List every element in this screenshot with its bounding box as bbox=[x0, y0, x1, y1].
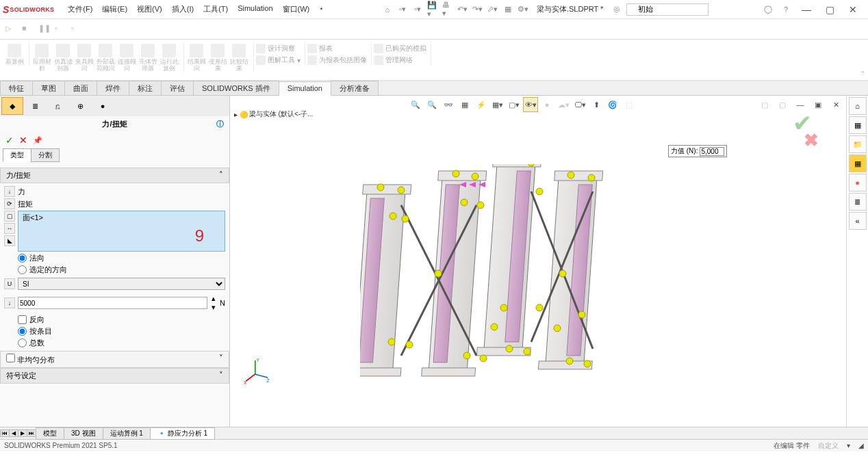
menu-tools[interactable]: 工具(T) bbox=[199, 2, 232, 16]
bottom-tab-static-study[interactable]: 🔹 静应力分析 1 bbox=[150, 427, 215, 440]
unit-system-select[interactable]: SI bbox=[18, 278, 225, 290]
account-icon[interactable]: ◯ bbox=[763, 4, 774, 15]
nav-prev-icon[interactable]: ◀ bbox=[9, 429, 18, 437]
search-input[interactable] bbox=[626, 3, 709, 16]
purchased-sim-button[interactable]: 已购买的模拟 bbox=[374, 44, 426, 53]
taskpane-custom-props-icon[interactable]: ≣ bbox=[849, 193, 867, 211]
section-nonuniform[interactable]: 非均匀分布 ˅ bbox=[0, 351, 229, 368]
view-triad-icon[interactable]: Y X Z bbox=[244, 357, 272, 386]
view-setting-icon[interactable]: ⬆ bbox=[589, 97, 604, 112]
panel-info-icon[interactable]: ⓘ bbox=[216, 119, 224, 129]
minimize-button[interactable]: — bbox=[798, 3, 815, 16]
subtab-split[interactable]: 分割 bbox=[31, 148, 60, 162]
status-custom[interactable]: 自定义 bbox=[818, 441, 839, 451]
maximize-button[interactable]: ▢ bbox=[821, 3, 838, 16]
tab-surface[interactable]: 曲面 bbox=[64, 81, 97, 95]
radio-per-item[interactable] bbox=[18, 327, 27, 336]
tab-evaluate[interactable]: 评估 bbox=[161, 81, 194, 95]
save-icon[interactable]: 💾▾ bbox=[427, 4, 438, 15]
subtab-type[interactable]: 类型 bbox=[3, 148, 31, 162]
pause-icon[interactable]: ❚❚ bbox=[38, 24, 49, 35]
appearance-tab-icon[interactable]: ● bbox=[92, 97, 114, 115]
tab-weldment[interactable]: 焊件 bbox=[97, 81, 129, 95]
radio-total[interactable] bbox=[18, 338, 27, 347]
menu-insert[interactable]: 插入(I) bbox=[168, 2, 198, 16]
manage-network-button[interactable]: 管理网络 bbox=[374, 55, 426, 65]
radio-normal[interactable] bbox=[18, 254, 27, 263]
tab-feature[interactable]: 特征 bbox=[0, 81, 33, 95]
result-advisor-button[interactable]: 结果顾问 bbox=[186, 42, 207, 72]
feature-tree-stub[interactable]: ▸ 🟡 梁与实体 (默认<-子... bbox=[234, 109, 313, 119]
menu-edit[interactable]: 编辑(E) bbox=[98, 2, 131, 16]
force-value-input[interactable] bbox=[18, 297, 207, 309]
fixture-advisor-button[interactable]: 夹具顾问 bbox=[74, 42, 94, 72]
dynamic-annot-icon[interactable]: ⚡ bbox=[474, 97, 489, 112]
play-icon[interactable]: ▷ bbox=[5, 24, 16, 35]
force-callout[interactable]: 力值 (N): bbox=[668, 145, 727, 157]
deformed-result-button[interactable]: 变形结果 bbox=[207, 42, 228, 72]
sim-advisor-button[interactable]: 仿真滤别器 bbox=[53, 42, 73, 72]
tab-annotate[interactable]: 标注 bbox=[129, 81, 162, 95]
checkbox-nonuniform[interactable] bbox=[6, 354, 15, 362]
status-resize-grip-icon[interactable]: ◢ bbox=[858, 442, 864, 449]
report-button[interactable]: 报表 bbox=[307, 44, 367, 53]
nav-first-icon[interactable]: ⏮ bbox=[0, 429, 10, 437]
nav-last-icon[interactable]: ⏭ bbox=[27, 429, 36, 437]
menu-more[interactable]: ⋆ bbox=[315, 2, 328, 16]
connection-advisor-button[interactable]: 连接顾问 bbox=[116, 42, 137, 72]
bottom-tab-3d-view[interactable]: 3D 视图 bbox=[64, 427, 103, 440]
toggle-camera-icon[interactable]: 🌀 bbox=[605, 97, 620, 112]
select-icon[interactable]: ⬀▾ bbox=[487, 4, 498, 15]
section-force-torque[interactable]: 力/扭矩˄ bbox=[0, 168, 229, 183]
apply-material-button[interactable]: 应用材料 bbox=[31, 42, 52, 72]
menu-file[interactable]: 文件(F) bbox=[64, 2, 97, 16]
taskpane-home-icon[interactable]: ⌂ bbox=[849, 97, 867, 115]
shell-manager-button[interactable]: 壳体管理器 bbox=[138, 42, 158, 72]
render-icon[interactable]: 🖵▾ bbox=[572, 97, 587, 112]
dimxpert-tab-icon[interactable]: ⊕ bbox=[69, 97, 91, 115]
radio-selected-direction[interactable] bbox=[18, 265, 27, 274]
property-manager-tab-icon[interactable]: ≣ bbox=[24, 97, 46, 115]
close-button[interactable]: ✕ bbox=[845, 3, 861, 16]
view-orient-icon[interactable]: ▦▾ bbox=[490, 97, 505, 112]
help-icon[interactable]: ? bbox=[780, 4, 791, 15]
confirm-pin-icon[interactable]: 📌 bbox=[33, 136, 42, 145]
bottom-tab-motion-study[interactable]: 运动算例 1 bbox=[103, 427, 151, 440]
taskpane-library-icon[interactable]: 📁 bbox=[849, 135, 867, 153]
reject-x-icon[interactable]: ✖ bbox=[804, 130, 819, 151]
include-image-report-button[interactable]: 为报表包括图像 bbox=[307, 55, 367, 65]
home-icon[interactable]: ⌂ bbox=[382, 4, 393, 15]
force-callout-value[interactable] bbox=[700, 147, 724, 156]
new-doc-icon[interactable]: ▫▾ bbox=[397, 4, 408, 15]
design-insight-button[interactable]: 设计洞察 bbox=[256, 44, 301, 53]
zoom-fit-icon[interactable]: 🔍 bbox=[408, 97, 423, 112]
appearance-icon[interactable]: ● bbox=[539, 97, 554, 112]
undo-icon[interactable]: ↶▾ bbox=[457, 4, 468, 15]
taskpane-resources-icon[interactable]: ▦ bbox=[849, 116, 867, 134]
graphics-viewport[interactable]: ▸ 🟡 梁与实体 (默认<-子... 🔍 🔍 👓 ▦ ⚡ ▦▾ ▢▾ 👁▾ ● … bbox=[230, 96, 846, 427]
new-study-button[interactable]: 新算例 bbox=[4, 42, 25, 65]
checkbox-reverse[interactable] bbox=[18, 315, 27, 324]
bottom-tab-model[interactable]: 模型 bbox=[36, 427, 64, 440]
status-unit-icon[interactable]: ▾ bbox=[847, 442, 850, 449]
taskpane-appearances-icon[interactable]: ● bbox=[849, 174, 867, 191]
step-icon[interactable]: ▫ bbox=[55, 24, 66, 35]
spin-buttons[interactable]: ▴▾ bbox=[210, 294, 217, 312]
section-symbol-settings[interactable]: 符号设定˅ bbox=[0, 368, 229, 384]
vp-close-icon[interactable]: ✕ bbox=[828, 97, 843, 112]
vp-maximize-icon[interactable]: ▢ bbox=[757, 97, 772, 112]
zoom-area-icon[interactable]: 🔍 bbox=[424, 97, 439, 112]
nav-next-icon[interactable]: ▶ bbox=[18, 429, 27, 437]
selection-mode-face-icon[interactable]: ▢ bbox=[4, 211, 15, 222]
menu-view[interactable]: 视图(V) bbox=[133, 2, 166, 16]
record-icon[interactable]: ▫ bbox=[71, 24, 82, 35]
open-doc-icon[interactable]: ▫▾ bbox=[412, 4, 423, 15]
scene-icon[interactable]: ☁▾ bbox=[556, 97, 571, 112]
menu-window[interactable]: 窗口(W) bbox=[279, 2, 314, 16]
tab-analysis-prep[interactable]: 分析准备 bbox=[331, 81, 379, 95]
force-icon[interactable]: ↓ bbox=[4, 186, 15, 197]
selection-mode-vertex-icon[interactable]: ◣ bbox=[4, 235, 15, 246]
redo-icon[interactable]: ↷▾ bbox=[472, 4, 483, 15]
confirm-ok-icon[interactable]: ✓ bbox=[5, 135, 14, 146]
taskpane-collapse-icon[interactable]: « bbox=[849, 212, 867, 230]
